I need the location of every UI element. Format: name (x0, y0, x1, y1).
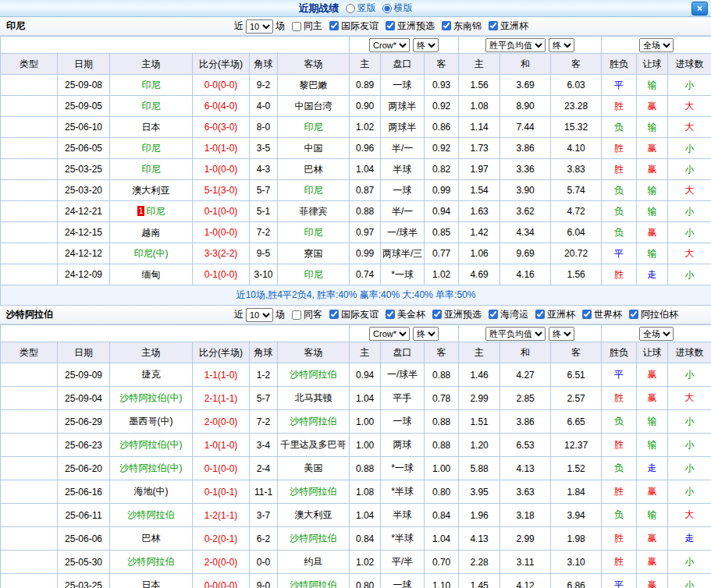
avg-draw-odds-cell: 4.27 (500, 363, 551, 387)
handicap-home-odds-cell: 0.97 (350, 222, 381, 243)
avg-lose-odds-cell: 6.65 (551, 410, 602, 434)
handicap-result-cell: 走 (637, 264, 668, 285)
handicap-home-odds-cell: 0.87 (350, 180, 381, 201)
competition-checkbox[interactable] (535, 310, 545, 319)
competition-label: 国际友谊 (341, 308, 379, 321)
handicap-home-odds-cell: 0.88 (350, 457, 381, 480)
match-row: 美金杯25-06-16海地(中)0-1(0-1)11-1沙特阿拉伯1.08*半球… (1, 480, 711, 504)
near-label: 近 (234, 19, 244, 33)
layout-option-horizontal[interactable]: 横版 (382, 2, 413, 15)
scope-select[interactable]: 全场 (639, 327, 674, 341)
avg-draw-odds-cell: 3.86 (500, 410, 551, 434)
handicap-result-cell: 赢 (637, 363, 668, 387)
close-icon: × (697, 3, 702, 14)
avg-odds-select[interactable]: 胜平负均值 (485, 38, 546, 52)
close-button[interactable]: × (691, 2, 708, 16)
competition-filter[interactable]: 阿拉伯杯 (629, 308, 678, 321)
competition-filter[interactable]: 亚洲杯 (535, 308, 575, 321)
competition-filter[interactable]: 亚洲预选 (386, 19, 435, 33)
summary-text: 近10场,胜4平2负4, 胜率:40% 赢率:40% 大:40% 单率:50% (1, 285, 711, 306)
competition-filter[interactable]: 世界杯 (582, 308, 622, 321)
handicap-home-odds-cell: 0.99 (350, 243, 381, 264)
match-row: 国际友谊25-09-08印尼0-0(0-0)9-2黎巴嫩0.89一球0.931.… (1, 75, 711, 96)
avg-lose-odds-cell: 5.74 (551, 180, 602, 201)
home-team-cell: 印尼(中) (110, 243, 193, 264)
final-odds-select[interactable]: 终 (549, 327, 574, 341)
same-venue-filter[interactable]: 同客 (292, 308, 322, 321)
column-header: 比分(半场) (193, 54, 250, 75)
competition-filter[interactable]: 亚洲预选 (432, 308, 482, 321)
same-venue-filter[interactable]: 同主 (292, 19, 322, 33)
score-cell: 0-1(0-1) (193, 480, 250, 504)
competition-checkbox[interactable] (489, 21, 498, 30)
competition-filter[interactable]: 国际友谊 (329, 19, 379, 33)
column-header: 主场 (110, 54, 193, 75)
handicap-line-cell: 两球半 (381, 117, 425, 138)
avg-lose-odds-cell: 6.04 (551, 222, 602, 243)
odds-source-select[interactable]: Crow* (369, 327, 410, 341)
corner-cell: 9-5 (250, 243, 278, 264)
handicap-away-odds-cell: 0.78 (425, 387, 459, 410)
same-venue-checkbox[interactable] (292, 22, 301, 31)
handicap-line-cell: 一球 (381, 180, 425, 201)
avg-win-odds-cell: 1.97 (459, 159, 500, 180)
vertical-layout-label: 竖版 (357, 2, 376, 15)
away-team-cell: 约旦 (278, 551, 350, 574)
goals-result-cell: 大 (668, 180, 711, 201)
competition-checkbox[interactable] (582, 310, 592, 319)
home-team-cell: 缅甸 (110, 264, 193, 285)
column-header: 日期 (58, 342, 110, 363)
column-header: 胜负 (602, 54, 637, 75)
avg-lose-odds-cell: 3.83 (551, 159, 602, 180)
avg-win-odds-cell: 1.45 (459, 574, 500, 588)
results-table: Crow*终 胜平负均值终 全场 类型日期主场比分(半场)角球客场主盘口客主和客… (0, 36, 711, 306)
final-odds-select[interactable]: 终 (413, 38, 439, 52)
competition-checkbox[interactable] (386, 21, 395, 30)
match-row: 国际友谊25-09-05印尼6-0(4-0)4-0中国台湾0.90两球半0.92… (1, 96, 711, 117)
competition-checkbox[interactable] (432, 310, 442, 319)
scope-select[interactable]: 全场 (639, 38, 674, 52)
avg-odds-select[interactable]: 胜平负均值 (485, 327, 546, 341)
final-odds-select[interactable]: 终 (413, 327, 439, 341)
away-team-cell: 沙特阿拉伯 (278, 480, 350, 504)
date-cell: 25-06-23 (58, 434, 110, 457)
date-cell: 25-06-11 (58, 504, 110, 527)
competition-checkbox[interactable] (329, 21, 339, 30)
handicap-result-cell: 赢 (637, 551, 668, 574)
match-result-cell: 负 (602, 457, 637, 480)
match-count-select[interactable]: 10 (246, 308, 273, 322)
column-header: 主场 (110, 342, 193, 363)
handicap-line-cell: 平/半 (381, 551, 425, 574)
competition-checkbox[interactable] (489, 310, 498, 319)
handicap-away-odds-cell: 1.04 (425, 527, 459, 551)
same-venue-checkbox[interactable] (292, 310, 301, 320)
competition-filter[interactable]: 亚洲杯 (489, 19, 528, 33)
final-odds-select[interactable]: 终 (549, 38, 574, 52)
competition-filter[interactable]: 海湾运 (489, 308, 528, 321)
handicap-result-cell: 赢 (637, 159, 668, 180)
competition-filter[interactable]: 国际友谊 (329, 308, 379, 321)
goals-result-cell: 小 (668, 159, 711, 180)
competition-checkbox[interactable] (442, 21, 451, 30)
competition-label: 亚洲杯 (500, 19, 528, 33)
column-header: 和 (500, 342, 551, 363)
match-count-select[interactable]: 10 (246, 19, 273, 34)
layout-option-vertical[interactable]: 竖版 (346, 2, 376, 15)
corner-cell: 6-2 (250, 527, 278, 551)
handicap-odds-controls: Crow*终 (350, 37, 459, 54)
vertical-layout-radio[interactable] (346, 4, 355, 13)
horizontal-layout-radio[interactable] (382, 4, 392, 13)
score-cell: 6-0(4-0) (193, 96, 250, 117)
competition-checkbox[interactable] (386, 310, 395, 319)
competition-checkbox[interactable] (329, 310, 339, 319)
handicap-result-cell: 走 (637, 457, 668, 480)
competition-filter[interactable]: 美金杯 (386, 308, 425, 321)
competition-label: 亚洲杯 (547, 308, 575, 321)
match-result-cell: 胜 (602, 264, 637, 285)
goals-result-cell: 走 (668, 527, 711, 551)
odds-source-select[interactable]: Crow* (369, 38, 410, 52)
home-team-cell: 墨西哥(中) (110, 410, 193, 434)
competition-checkbox[interactable] (629, 310, 638, 319)
column-header: 客 (425, 342, 459, 363)
competition-filter[interactable]: 东南锦 (442, 19, 482, 33)
